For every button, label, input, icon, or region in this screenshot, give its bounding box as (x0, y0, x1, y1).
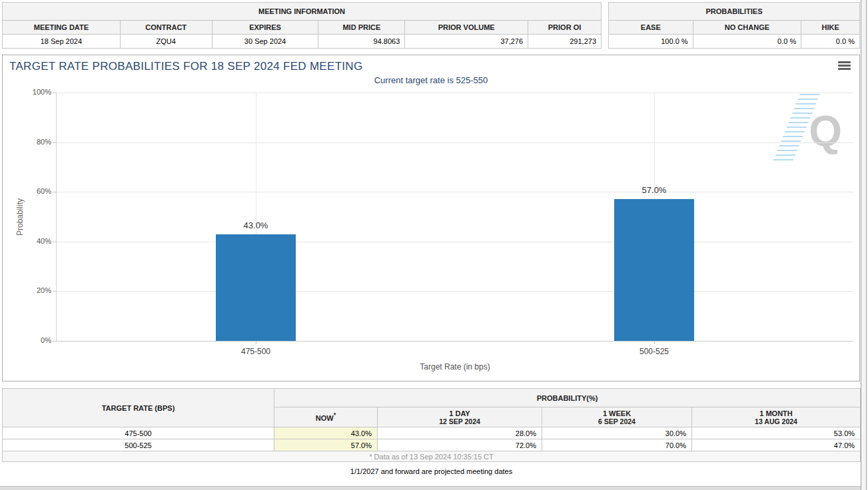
probabilities-summary-title: PROBABILITIES (609, 3, 860, 21)
one-month-column-header: 1 MONTH 13 AUG 2024 (692, 407, 861, 427)
col-header-meeting-date: MEETING DATE (3, 21, 121, 35)
table-row: 475-500 43.0% 28.0% 30.0% 53.0% (3, 427, 861, 439)
x-axis-tick-mark (256, 341, 256, 344)
hamburger-menu-icon[interactable] (838, 61, 851, 71)
one-day-column-header: 1 DAY 12 SEP 2024 (378, 407, 542, 427)
probabilities-summary-row: 100.0 % 0.0 % 0.0 % (609, 35, 860, 49)
y-gridline (57, 93, 853, 93)
one-month-probability-cell: 47.0% (692, 439, 861, 451)
col-header-prior-oi: PRIOR OI (528, 21, 602, 35)
x-axis-title: Target Rate (in bps) (57, 362, 853, 371)
now-asterisk: * (334, 411, 336, 418)
meeting-info-title: MEETING INFORMATION (3, 3, 602, 21)
fedwatch-page: MEETING INFORMATION MEETING DATE CONTRAC… (0, 0, 861, 475)
probabilities-summary-table: PROBABILITIES EASE NO CHANGE HIKE 100.0 … (608, 2, 860, 49)
col-header-expires: EXPIRES (212, 21, 318, 35)
x-axis-category-label: 475-500 (209, 347, 302, 356)
probability-history-table: TARGET RATE (BPS) PROBABILITY(%) NOW* 1 … (2, 388, 861, 462)
col-header-ease: EASE (609, 21, 693, 35)
top-summary-row: MEETING INFORMATION MEETING DATE CONTRAC… (2, 2, 861, 49)
y-axis-tick-mark (53, 93, 57, 93)
target-rate-cell: 475-500 (3, 427, 274, 439)
projected-dates-note: 1/1/2027 and forward are projected meeti… (2, 467, 861, 475)
now-probability-cell: 43.0% (274, 427, 378, 439)
col-header-mid-price: MID PRICE (318, 21, 405, 35)
y-gridline (57, 291, 853, 292)
mid-price-value: 94.8063 (318, 35, 405, 49)
chart-subtitle: Current target rate is 525-550 (3, 75, 859, 85)
meeting-info-table: MEETING INFORMATION MEETING DATE CONTRAC… (2, 2, 602, 49)
one-day-probability-cell: 28.0% (378, 427, 542, 439)
target-rate-cell: 500-525 (3, 439, 274, 451)
bar-value-label: 57.0% (618, 185, 691, 195)
target-rate-chart-panel: TARGET RATE PROBABILITIES FOR 18 SEP 202… (2, 55, 860, 381)
y-gridline (57, 242, 853, 242)
x-axis-category-label: 500-525 (608, 347, 701, 356)
col-header-no-change: NO CHANGE (693, 21, 801, 35)
y-gridline (57, 142, 853, 143)
one-day-probability-cell: 72.0% (378, 439, 542, 451)
one-week-column-header: 1 WEEK 6 SEP 2024 (542, 407, 692, 427)
bar-value-label: 43.0% (219, 220, 292, 230)
bottom-divider-bar (0, 486, 861, 490)
meeting-info-row: 18 Sep 2024 ZQU4 30 Sep 2024 94.8063 37,… (3, 35, 602, 49)
probability-pct-header: PROBABILITY(%) (274, 389, 861, 407)
prior-oi-value: 291,273 (528, 35, 602, 49)
no-change-value: 0.0 % (693, 35, 801, 49)
y-axis-title: Probability (15, 93, 25, 341)
col-header-contract: CONTRACT (120, 21, 212, 35)
chart-title: TARGET RATE PROBABILITIES FOR 18 SEP 202… (3, 55, 859, 73)
y-axis-tick-label: 40% (9, 237, 51, 245)
one-month-probability-cell: 53.0% (692, 427, 861, 439)
target-rate-bps-header: TARGET RATE (BPS) (3, 389, 274, 427)
y-axis-tick-mark (53, 142, 57, 143)
hamburger-bar (838, 61, 851, 63)
y-axis-tick-mark (53, 242, 57, 242)
y-axis-tick-mark (53, 341, 57, 342)
y-axis-tick-label: 0% (9, 336, 51, 344)
contract-value: ZQU4 (120, 35, 212, 49)
hike-value: 0.0 % (801, 35, 860, 49)
hamburger-bar (838, 65, 851, 67)
table-row: 500-525 57.0% 72.0% 70.0% 47.0% (3, 439, 861, 451)
hamburger-bar (838, 68, 851, 70)
probability-bar[interactable] (614, 199, 694, 341)
y-axis-tick-label: 20% (9, 286, 51, 294)
chart-plot-area: Probability Target Rate (in bps) 0%20%40… (56, 93, 853, 342)
ease-value: 100.0 % (609, 35, 693, 49)
y-gridline (57, 192, 853, 192)
expires-value: 30 Sep 2024 (212, 35, 318, 49)
y-axis-tick-mark (53, 291, 57, 292)
one-week-probability-cell: 30.0% (542, 427, 692, 439)
meeting-date-value: 18 Sep 2024 (3, 35, 121, 49)
now-probability-cell: 57.0% (274, 439, 378, 451)
y-axis-tick-label: 60% (9, 187, 51, 195)
vertical-scrollbar[interactable] (861, 0, 868, 490)
data-asof-footnote: * Data as of 13 Sep 2024 10:35:15 CT (3, 451, 861, 462)
probability-bar[interactable] (216, 234, 296, 341)
one-week-probability-cell: 70.0% (542, 439, 692, 451)
y-axis-tick-label: 80% (9, 138, 51, 146)
col-header-prior-volume: PRIOR VOLUME (405, 21, 528, 35)
y-axis-tick-label: 100% (9, 88, 51, 96)
col-header-hike: HIKE (801, 21, 860, 35)
prior-volume-value: 37,276 (405, 35, 528, 49)
x-axis-tick-mark (654, 341, 655, 344)
y-axis-tick-mark (53, 192, 57, 192)
now-column-header: NOW* (274, 407, 378, 427)
